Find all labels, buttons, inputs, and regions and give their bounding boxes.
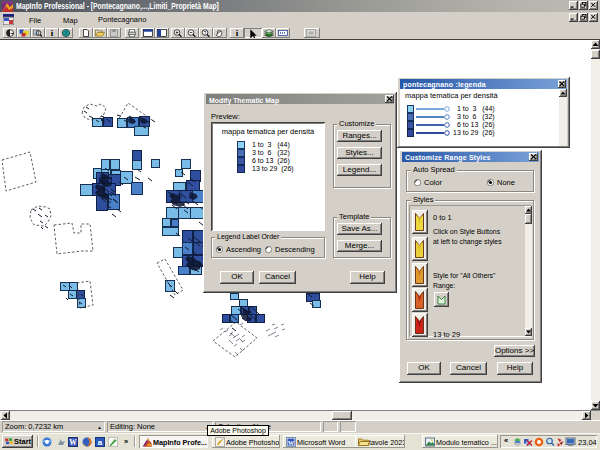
svg-text:W: W (288, 439, 295, 446)
svg-text:a: a (98, 438, 103, 447)
svg-text:i: i (236, 29, 239, 37)
svg-text:i: i (51, 29, 54, 37)
svg-text:?: ? (204, 30, 207, 36)
svg-text:W: W (69, 438, 77, 447)
